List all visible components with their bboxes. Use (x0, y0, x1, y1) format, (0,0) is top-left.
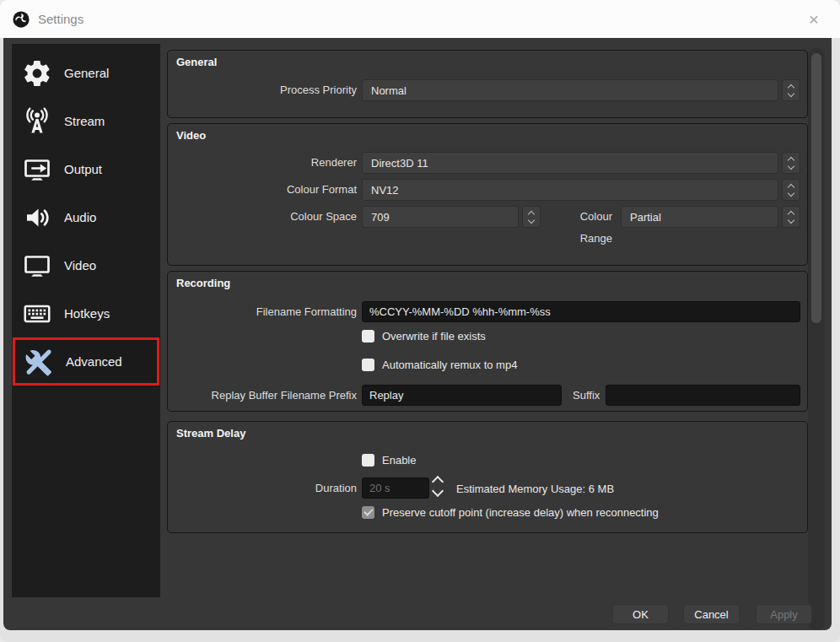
combo-spinner-icon[interactable] (782, 179, 800, 201)
colour-range-value: Partial (621, 206, 778, 228)
replay-prefix-label: Replay Buffer Filename Prefix (168, 385, 357, 407)
preserve-checkbox-row[interactable]: Preserve cutoff point (increase delay) w… (362, 506, 659, 519)
colour-space-label: Colour Space (168, 206, 357, 228)
enable-checkbox[interactable] (362, 454, 374, 467)
apply-button[interactable]: Apply (756, 604, 812, 624)
sidebar-item-output[interactable]: Output (12, 145, 160, 193)
monitor-icon (20, 249, 54, 283)
group-video: Video Renderer Direct3D 11 Colour Format… (167, 123, 808, 266)
tools-icon (22, 345, 56, 379)
sidebar-item-advanced[interactable]: Advanced (13, 337, 159, 386)
filename-formatting-input[interactable] (362, 301, 800, 322)
preserve-label: Preserve cutoff point (increase delay) w… (382, 506, 659, 519)
sidebar-item-video[interactable]: Video (12, 241, 160, 289)
duration-spinner-icon[interactable] (433, 477, 442, 495)
colour-format-label: Colour Format (168, 179, 357, 201)
colour-range-select[interactable]: Partial (621, 206, 800, 228)
titlebar: Settings × (0, 0, 840, 38)
renderer-label: Renderer (168, 152, 357, 174)
process-priority-label: Process Priority (168, 79, 357, 101)
combo-spinner-icon[interactable] (522, 206, 541, 228)
combo-spinner-icon[interactable] (782, 79, 800, 101)
group-title: Stream Delay (176, 427, 245, 440)
speaker-icon (20, 201, 54, 235)
preserve-checkbox[interactable] (362, 506, 374, 519)
overwrite-checkbox[interactable] (362, 330, 374, 343)
memory-usage-text: Estimated Memory Usage: 6 MB (456, 483, 614, 495)
sidebar-item-label: Stream (64, 114, 105, 128)
broadcast-antenna-icon (20, 105, 54, 138)
monitor-arrow-icon (20, 153, 54, 186)
sidebar-item-label: Video (64, 258, 96, 272)
ok-button[interactable]: OK (612, 604, 669, 624)
cancel-button[interactable]: Cancel (683, 604, 740, 624)
gear-icon (20, 57, 54, 90)
group-title: Video (176, 129, 206, 142)
keyboard-icon (20, 297, 54, 331)
colour-format-value: NV12 (362, 179, 778, 201)
replay-prefix-input[interactable] (362, 385, 562, 406)
sidebar-item-label: Audio (64, 210, 96, 224)
sidebar-item-hotkeys[interactable]: Hotkeys (12, 289, 160, 337)
enable-label: Enable (382, 454, 416, 467)
enable-checkbox-row[interactable]: Enable (362, 454, 416, 467)
combo-spinner-icon[interactable] (782, 152, 800, 174)
group-general: General Process Priority Normal (167, 50, 808, 118)
remux-label: Automatically remux to mp4 (382, 359, 517, 371)
settings-content: General Stream (3, 38, 832, 630)
sidebar-item-label: General (64, 66, 109, 80)
vertical-scrollbar[interactable] (808, 48, 825, 630)
group-recording: Recording Filename Formatting Overwrite … (167, 271, 808, 412)
suffix-label: Suffix (573, 385, 600, 407)
sidebar-item-label: Output (64, 162, 102, 176)
renderer-value: Direct3D 11 (362, 152, 778, 174)
sidebar-item-stream[interactable]: Stream (12, 97, 160, 145)
group-title: Recording (176, 277, 230, 289)
process-priority-select[interactable]: Normal (362, 79, 800, 101)
sidebar: General Stream (12, 44, 160, 597)
combo-spinner-icon[interactable] (782, 206, 800, 228)
settings-window: Settings × General (0, 0, 840, 642)
sidebar-item-label: Hotkeys (64, 306, 110, 321)
colour-format-select[interactable]: NV12 (362, 179, 800, 201)
scrollbar-thumb[interactable] (811, 53, 821, 323)
group-title: General (176, 56, 217, 68)
overwrite-label: Overwrite if file exists (382, 330, 486, 343)
sidebar-item-label: Advanced (66, 354, 122, 369)
colour-space-value: 709 (362, 206, 519, 228)
sidebar-item-audio[interactable]: Audio (12, 193, 160, 241)
sidebar-item-general[interactable]: General (12, 49, 160, 97)
duration-label: Duration (168, 477, 357, 499)
group-stream-delay: Stream Delay Enable Duration Estimated M… (167, 421, 808, 533)
remux-checkbox[interactable] (362, 359, 374, 371)
remux-checkbox-row[interactable]: Automatically remux to mp4 (362, 359, 517, 371)
filename-formatting-label: Filename Formatting (168, 301, 357, 323)
colour-range-label: Colour Range (549, 206, 612, 250)
colour-space-select[interactable]: 709 (362, 206, 541, 228)
overwrite-checkbox-row[interactable]: Overwrite if file exists (362, 330, 486, 343)
duration-spinbox[interactable] (362, 477, 429, 499)
close-icon[interactable]: × (801, 7, 827, 32)
window-title: Settings (38, 12, 83, 26)
obs-logo-icon (12, 10, 30, 29)
renderer-select[interactable]: Direct3D 11 (362, 152, 800, 174)
suffix-input[interactable] (606, 385, 800, 406)
process-priority-value: Normal (362, 79, 778, 101)
